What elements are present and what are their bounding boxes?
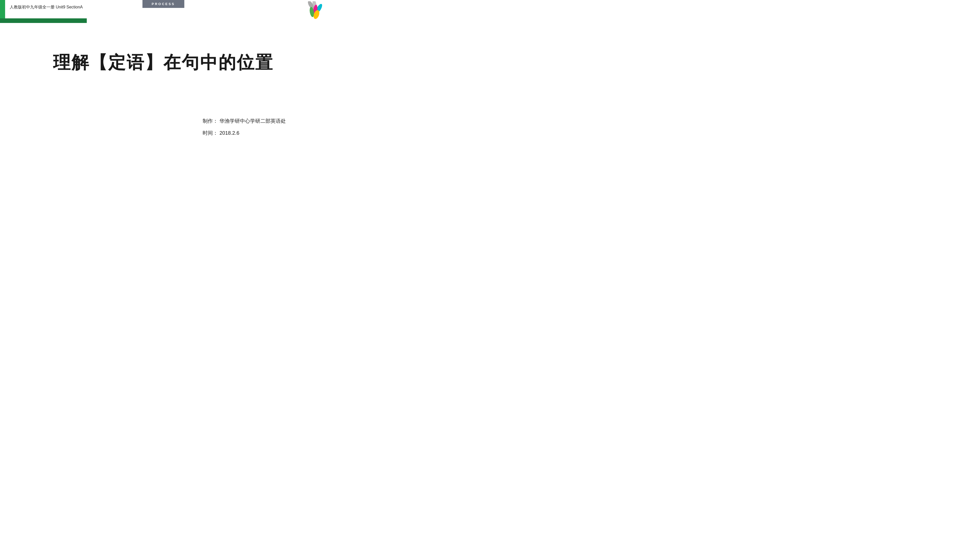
logo xyxy=(301,1,324,19)
logo-svg xyxy=(301,1,324,19)
process-label-container: PROCESS xyxy=(142,0,184,8)
process-label: PROCESS xyxy=(142,0,184,8)
date-value: 2018.2.6 xyxy=(220,130,239,136)
date-line: 时间： 2018.2.6 xyxy=(203,130,286,137)
green-horizontal-bar xyxy=(0,18,87,23)
main-title: 理解【定语】在句中的位置 xyxy=(0,51,327,74)
author-value: 华渔学研中心学研二部英语处 xyxy=(220,118,286,124)
top-bar: PROCESS xyxy=(0,0,327,11)
date-label: 时间： xyxy=(203,130,218,136)
author-section: 制作： 华渔学研中心学研二部英语处 时间： 2018.2.6 xyxy=(203,118,286,137)
author-label: 制作： xyxy=(203,118,218,124)
author-line: 制作： 华渔学研中心学研二部英语处 xyxy=(203,118,286,124)
